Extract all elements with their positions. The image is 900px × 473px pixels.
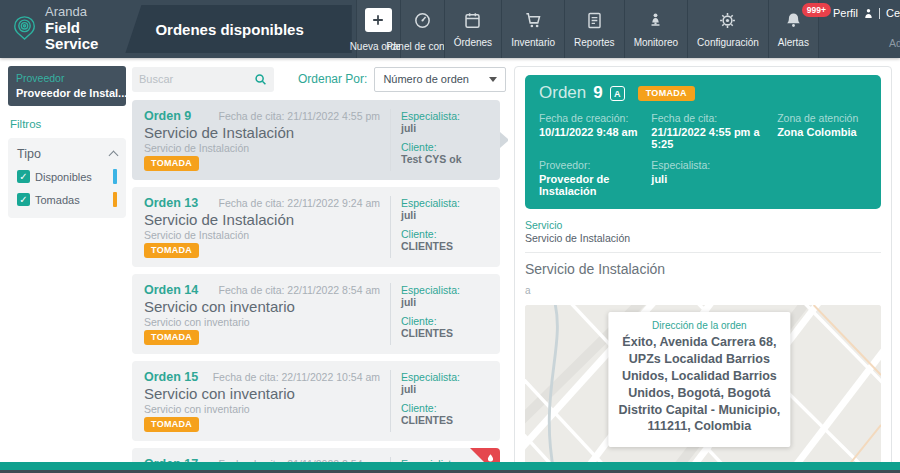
user-profile: Perfil Cerrar Sesión Juli Administrador xyxy=(819,0,900,58)
client-label: Cliente: xyxy=(401,228,492,240)
filter-option-disponibles[interactable]: Disponibles xyxy=(17,169,117,184)
order-status-badge: TOMADA xyxy=(144,417,199,432)
specialist-value: juli xyxy=(401,209,492,221)
person-icon xyxy=(646,8,665,32)
chevron-up-icon xyxy=(109,151,119,161)
sort-value: Número de orden xyxy=(383,73,469,85)
order-cards: Orden 9 Fecha de cita: 21/11/2022 4:55 p… xyxy=(132,100,508,473)
list-controls: Ordenar Por: Número de orden xyxy=(132,66,508,92)
divider xyxy=(525,252,881,253)
search-box xyxy=(132,67,274,92)
filters-title: Filtros xyxy=(10,118,124,130)
perfil-link[interactable]: Perfil xyxy=(833,7,858,19)
alert-count-badge: 999+ xyxy=(802,3,831,17)
order-id: Orden 13 xyxy=(144,196,198,210)
search-icon[interactable] xyxy=(254,72,267,87)
person-icon xyxy=(864,8,873,19)
nav-item-monitoreo[interactable]: Monitoreo xyxy=(624,0,687,58)
nav-item-ordenes[interactable]: Órdenes xyxy=(444,0,501,58)
filter-option-tomadas[interactable]: Tomadas xyxy=(17,192,117,207)
detail-field: Fecha de cita: 21/11/2022 4:55 pm a 5:25 xyxy=(651,112,777,150)
order-card[interactable]: Orden 14 Fecha de cita: 22/11/2022 8:54 … xyxy=(132,274,500,354)
search-input[interactable] xyxy=(139,73,254,85)
logout-link[interactable]: Cerrar Sesión xyxy=(886,7,900,19)
specialist-label: Especialista: xyxy=(401,197,492,209)
detail-fields: Fecha de creación: 10/11/2022 9:48 am Fe… xyxy=(539,112,867,197)
nav-item-reportes[interactable]: Reportes xyxy=(564,0,624,58)
type-group-title: Tipo xyxy=(17,147,41,161)
gear-icon xyxy=(718,8,737,32)
address-text: Éxito, Avenida Carrera 68, UPZs Localida… xyxy=(618,334,780,435)
client-label: Cliente: xyxy=(401,315,492,327)
detail-field-label: Fecha de creación: xyxy=(539,112,651,124)
type-filter-group: Tipo Disponibles Tomadas xyxy=(8,138,126,218)
detail-field: Proveedor: Proveedor de Instalación xyxy=(539,159,651,197)
specialist-value: juli xyxy=(401,122,492,134)
order-id: Orden 9 xyxy=(144,109,191,123)
detail-order-label: Orden xyxy=(539,83,586,103)
detail-field: Especialista: juli xyxy=(651,159,777,197)
order-date: Fecha de cita: 22/11/2022 9:24 am xyxy=(219,197,381,209)
sort-label: Ordenar Por: xyxy=(298,72,367,86)
logo-text: Aranda Field Service xyxy=(45,5,109,52)
gauge-icon xyxy=(413,8,432,32)
provider-dropdown[interactable]: Proveedor Proveedor de Instal... xyxy=(8,66,126,106)
detail-field-value: 21/11/2022 4:55 pm a 5:25 xyxy=(651,126,777,150)
checkbox-checked-icon[interactable] xyxy=(17,193,30,206)
detail-field: Fecha de creación: 10/11/2022 9:48 am xyxy=(539,112,651,150)
header-nav: Nueva orden Panel de control Órdenes Inv… xyxy=(356,0,819,58)
detail-status-badge: TOMADA xyxy=(638,86,695,101)
provider-label: Proveedor xyxy=(16,72,118,84)
order-map[interactable]: Dirección de la orden Éxito, Avenida Car… xyxy=(525,305,881,473)
logo-pin-icon xyxy=(12,9,37,49)
cart-icon xyxy=(524,8,543,32)
sort-dropdown[interactable]: Número de orden xyxy=(374,67,506,92)
client-label: Cliente: xyxy=(401,141,492,153)
nav-item-label: Configuración xyxy=(697,37,759,48)
detail-field-value: 10/11/2022 9:48 am xyxy=(539,126,651,138)
order-subtitle: Servicio con inventario xyxy=(144,403,380,415)
order-date: Fecha de cita: 22/11/2022 10:54 am xyxy=(213,371,380,383)
page-title-band: Ordenes disponibles xyxy=(125,5,351,53)
nav-item-label: Inventario xyxy=(511,37,555,48)
client-value: CLIENTES xyxy=(401,414,492,426)
nav-item-configuracion[interactable]: Configuración xyxy=(687,0,768,58)
detail-field-value: Zona Colombia xyxy=(777,126,867,138)
app-header: Aranda Field Service Ordenes disponibles… xyxy=(0,0,900,58)
checkbox-checked-icon[interactable] xyxy=(17,170,30,183)
detail-field-label: Fecha de cita: xyxy=(651,112,777,124)
bell-icon xyxy=(784,8,803,32)
order-status-badge: TOMADA xyxy=(144,330,199,345)
app-logo[interactable]: Aranda Field Service xyxy=(0,0,125,58)
nav-item-label: Alertas xyxy=(778,37,809,48)
user-role: Administrador xyxy=(833,37,900,49)
nav-item-alertas[interactable]: Alertas 999+ xyxy=(768,0,819,58)
filter-color-bar xyxy=(113,169,117,184)
filter-option-label: Tomadas xyxy=(35,194,80,206)
nav-item-inventario[interactable]: Inventario xyxy=(501,0,564,58)
order-title: Servicio con inventario xyxy=(144,385,380,402)
sidebar: Proveedor Proveedor de Instal... Filtros… xyxy=(8,66,126,473)
calendar-icon xyxy=(463,8,482,32)
user-name: Juli xyxy=(833,22,900,36)
profile-links: Perfil Cerrar Sesión xyxy=(833,7,900,19)
specialist-value: juli xyxy=(401,296,492,308)
logo-line2: Field Service xyxy=(45,20,109,53)
order-detail-header: Orden 9 A TOMADA Fecha de creación: 10/1… xyxy=(525,75,881,209)
specialist-label: Especialista: xyxy=(401,371,492,383)
order-card[interactable]: Orden 13 Fecha de cita: 22/11/2022 9:24 … xyxy=(132,187,500,267)
nav-item-panel-de-control[interactable]: Panel de control xyxy=(400,0,444,58)
bottom-accent-bar xyxy=(0,462,900,473)
orders-list-column: Ordenar Por: Número de orden Orden 9 Fec… xyxy=(132,66,508,473)
detail-field-label: Proveedor: xyxy=(539,159,651,171)
order-flag-badge: A xyxy=(610,86,625,101)
order-date: Fecha de cita: 22/11/2022 8:54 am xyxy=(219,284,381,296)
order-subtitle: Servicio de Instalación xyxy=(144,142,380,154)
client-label: Cliente: xyxy=(401,402,492,414)
detail-field-label: Especialista: xyxy=(651,159,777,171)
order-card[interactable]: Orden 15 Fecha de cita: 22/11/2022 10:54… xyxy=(132,361,500,441)
client-value: CLIENTES xyxy=(401,240,492,252)
order-subtitle: Servicio de Instalación xyxy=(144,229,380,241)
type-group-header[interactable]: Tipo xyxy=(17,147,117,161)
order-card[interactable]: Orden 9 Fecha de cita: 21/11/2022 4:55 p… xyxy=(132,100,500,180)
